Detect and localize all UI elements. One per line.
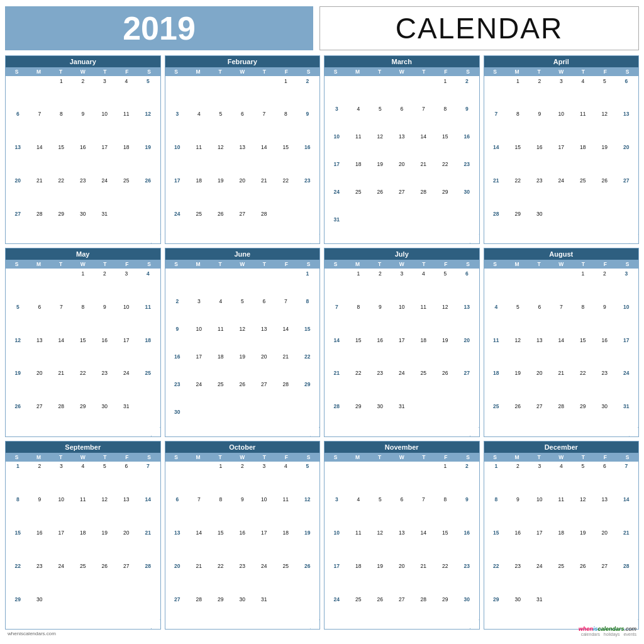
title-box: CALENDAR xyxy=(319,6,639,50)
day-label: F xyxy=(435,453,457,462)
day-cell: 31 xyxy=(616,402,638,436)
day-cell: 5 xyxy=(297,462,319,496)
day-label: S xyxy=(138,260,160,269)
day-cell: 14 xyxy=(486,143,508,177)
empty-cell xyxy=(167,462,189,496)
day-label: S xyxy=(165,260,187,269)
day-label: F xyxy=(275,260,297,269)
day-cell: 17 xyxy=(529,528,551,562)
day-cell: 28 xyxy=(413,595,435,628)
empty-cell xyxy=(188,77,210,110)
day-cell: 12 xyxy=(369,132,391,160)
day-cell: 7 xyxy=(137,462,159,496)
day-label: S xyxy=(325,67,347,76)
day-label: M xyxy=(28,453,50,462)
day-label: S xyxy=(297,260,319,269)
day-cell: 17 xyxy=(550,143,572,177)
day-cell: 29 xyxy=(72,402,94,436)
day-label: W xyxy=(72,260,94,269)
day-cell: 26 xyxy=(507,402,529,436)
day-cell: 20 xyxy=(616,143,638,177)
day-cell: 2 xyxy=(369,269,391,303)
day-cell: 15 xyxy=(348,336,370,369)
day-cell: 7 xyxy=(188,496,210,529)
day-cell: 4 xyxy=(550,462,572,496)
day-cell: 3 xyxy=(326,496,348,529)
day-cell: 30 xyxy=(594,402,616,436)
month-days-august: 1234567891011121314151617181920212223242… xyxy=(484,269,639,436)
day-cell: 1 xyxy=(210,462,232,496)
month-header-november: November xyxy=(325,441,479,453)
day-cell: 5 xyxy=(369,104,391,132)
day-cell: 13 xyxy=(529,336,551,369)
day-cell: 30 xyxy=(94,402,116,436)
day-cell: 18 xyxy=(550,528,572,562)
day-cell: 21 xyxy=(550,369,572,402)
day-cell: 6 xyxy=(456,269,478,303)
day-label: S xyxy=(484,260,506,269)
day-cell: 9 xyxy=(72,110,94,143)
day-cell: 7 xyxy=(550,303,572,336)
day-cell: 26 xyxy=(435,369,457,402)
empty-cell xyxy=(413,462,435,496)
day-labels-february: SMTWTFS xyxy=(165,67,320,76)
day-cell: 28 xyxy=(486,209,508,243)
day-cell: 1 xyxy=(275,77,297,110)
day-cell: 30 xyxy=(507,595,529,628)
day-cell: 17 xyxy=(326,160,348,187)
day-cell: 30 xyxy=(231,595,253,628)
day-label: M xyxy=(347,453,369,462)
day-cell: 26 xyxy=(594,177,616,210)
day-cell: 17 xyxy=(326,562,348,595)
day-cell: 30 xyxy=(456,187,478,215)
month-days-october: 1234567891011121314151617181920212223242… xyxy=(165,462,320,629)
day-cell: 31 xyxy=(116,402,138,436)
month-days-march: 1234567891011121314151617181920212223242… xyxy=(325,76,479,243)
day-cell: 10 xyxy=(326,132,348,160)
day-cell: 27 xyxy=(529,402,551,436)
day-cell: 8 xyxy=(486,496,508,529)
day-cell: 29 xyxy=(486,595,508,628)
day-cell: 31 xyxy=(391,402,413,436)
day-cell: 4 xyxy=(210,297,232,325)
day-cell: 14 xyxy=(413,528,435,562)
day-cell: 4 xyxy=(413,269,435,303)
day-cell: 27 xyxy=(253,380,275,408)
day-cell: 10 xyxy=(529,496,551,529)
day-cell: 15 xyxy=(72,336,94,369)
day-cell: 23 xyxy=(167,380,189,408)
day-label: F xyxy=(594,67,616,76)
day-cell: 4 xyxy=(275,462,297,496)
month-days-july: 1234567891011121314151617181920212223242… xyxy=(325,269,479,436)
day-cell: 25 xyxy=(275,562,297,595)
day-cell: 14 xyxy=(137,496,159,529)
day-cell: 19 xyxy=(7,369,29,402)
day-cell: 3 xyxy=(188,297,210,325)
day-cell: 8 xyxy=(275,110,297,143)
day-cell: 18 xyxy=(348,160,370,187)
month-days-april: 1234567891011121314151617181920212223242… xyxy=(484,76,639,243)
day-cell: 15 xyxy=(435,528,457,562)
day-cell: 11 xyxy=(348,132,370,160)
day-label: S xyxy=(297,67,319,76)
day-cell: 14 xyxy=(29,143,51,177)
empty-cell xyxy=(167,269,189,297)
day-label: S xyxy=(165,453,187,462)
day-cell: 21 xyxy=(413,562,435,595)
day-cell: 12 xyxy=(572,496,594,529)
day-cell: 1 xyxy=(572,269,594,303)
day-cell: 26 xyxy=(94,562,116,595)
day-cell: 12 xyxy=(137,110,159,143)
month-header-october: October xyxy=(165,441,320,453)
day-cell: 25 xyxy=(210,380,232,408)
day-cell: 26 xyxy=(572,562,594,595)
day-cell: 5 xyxy=(231,297,253,325)
empty-cell xyxy=(231,269,253,297)
day-cell: 1 xyxy=(50,77,72,110)
empty-cell xyxy=(391,462,413,496)
day-cell: 13 xyxy=(253,325,275,352)
empty-cell xyxy=(486,269,508,303)
day-cell: 19 xyxy=(369,160,391,187)
day-cell: 19 xyxy=(210,177,232,210)
day-cell: 13 xyxy=(594,496,616,529)
